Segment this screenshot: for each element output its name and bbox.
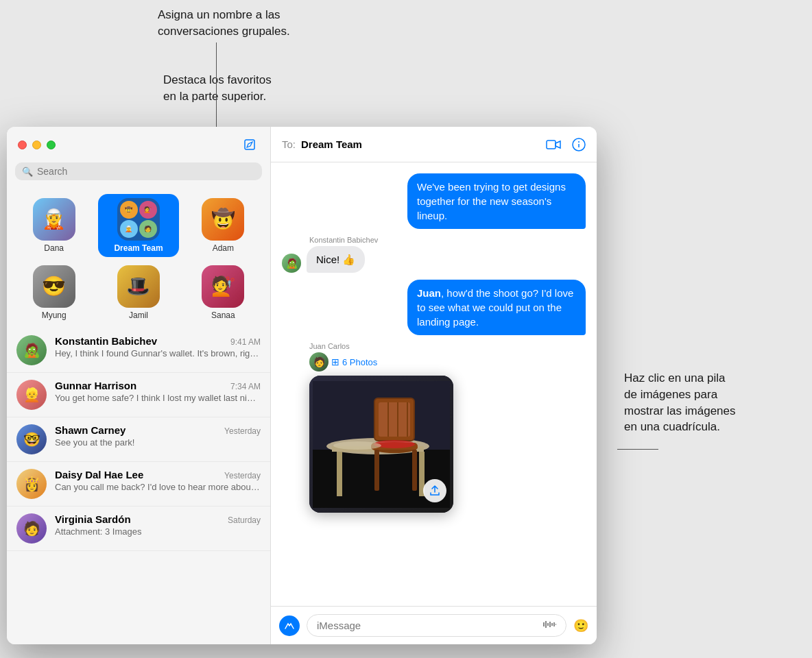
favorite-avatar-sanaa: 💇 <box>202 265 244 308</box>
favorite-item-dreamteam[interactable]: 🤠 💇 🧝 🧑 Dream Team <box>98 194 178 257</box>
favorites-grid: 🧝 Dana 🤠 💇 🧝 🧑 Dream Team <box>14 194 263 324</box>
minimize-button[interactable] <box>32 141 41 149</box>
search-input-wrap[interactable]: 🔍 <box>15 162 262 180</box>
conv-header-dl: Daisy Dal Hae Lee Yesterday <box>55 469 261 480</box>
titlebar <box>7 127 270 162</box>
group-mini-3: 🧝 <box>120 220 138 238</box>
bubble-outgoing-2: Juan, how'd the shoot go? I'd love to se… <box>407 280 586 335</box>
maximize-button[interactable] <box>47 141 56 149</box>
photos-grid-icon: ⊞ <box>331 356 339 367</box>
favorite-label-dana: Dana <box>44 243 64 253</box>
svg-point-22 <box>333 441 381 450</box>
jamil-emoji: 🎩 <box>126 277 150 296</box>
conv-name-vs: Virginia Sardón <box>55 513 131 525</box>
favorite-item-sanaa[interactable]: 💇 Sanaa <box>183 261 263 324</box>
close-button[interactable] <box>18 141 27 149</box>
conv-info-vs: Virginia Sardón Saturday Attachment: 3 I… <box>55 513 261 537</box>
favorites-section: 🧝 Dana 🤠 💇 🧝 🧑 Dream Team <box>7 187 270 328</box>
photo-stack-wrap <box>282 376 453 513</box>
message-input[interactable] <box>317 620 536 631</box>
conversation-list: 🧟 Konstantin Babichev 9:41 AM Hey, I thi… <box>7 328 270 644</box>
group-mini-4: 🧑 <box>139 220 157 238</box>
conv-item-vs[interactable]: 🧑 Virginia Sardón Saturday Attachment: 3… <box>7 507 270 551</box>
video-call-button[interactable] <box>546 139 561 150</box>
svg-rect-19 <box>374 450 379 491</box>
emoji-button[interactable]: 🙂 <box>573 618 588 633</box>
annotation-right: Haz clic en una pila de imágenes para mo… <box>624 370 736 435</box>
svg-rect-20 <box>412 450 417 491</box>
conv-name-kb: Konstantin Babichev <box>55 335 157 347</box>
annotation-top: Asigna un nombre a las conversaciones gr… <box>158 7 290 40</box>
favorite-item-dana[interactable]: 🧝 Dana <box>14 194 94 257</box>
bubble-incoming-kb: Nice! 👍 <box>307 246 365 273</box>
group-mini-1: 🤠 <box>120 201 138 219</box>
msg-sender-jc: Juan Carlos <box>282 342 350 350</box>
traffic-lights <box>18 141 56 149</box>
info-button[interactable] <box>572 138 586 151</box>
favorite-item-jamil[interactable]: 🎩 Jamil <box>98 261 178 324</box>
chat-header: To: Dream Team <box>271 127 597 162</box>
conv-header-gh: Gunnar Harrison 7:34 AM <box>55 380 261 391</box>
conv-preview-dl: Can you call me back? I'd love to hear m… <box>55 482 261 492</box>
favorite-item-myung[interactable]: 😎 Myung <box>14 261 94 324</box>
group-mini-2: 💇 <box>139 201 157 219</box>
msg-incoming-kb: Konstantin Babichev 🧟 Nice! 👍 <box>282 236 586 273</box>
favorite-label-adam: Adam <box>213 243 234 253</box>
share-button[interactable] <box>423 479 446 502</box>
conv-item-dl[interactable]: 👸 Daisy Dal Hae Lee Yesterday Can you ca… <box>7 462 270 507</box>
favorite-avatar-dana: 🧝 <box>33 198 75 241</box>
favorite-label-sanaa: Sanaa <box>211 310 235 320</box>
conv-item-gh[interactable]: 👱 Gunnar Harrison 7:34 AM You get home s… <box>7 373 270 417</box>
msg-outgoing-2: Juan, how'd the shoot go? I'd love to se… <box>282 280 586 335</box>
annotation-line-h3 <box>617 449 658 450</box>
msg-with-avatar-kb: 🧟 Nice! 👍 <box>282 246 365 273</box>
sidebar: 🔍 🧝 Dana 🤠 💇 🧝 <box>7 127 271 644</box>
conv-preview-vs: Attachment: 3 Images <box>55 526 261 537</box>
favorite-avatar-myung: 😎 <box>33 265 75 308</box>
conv-avatar-sc: 🤓 <box>16 424 47 454</box>
chat-header-icons <box>546 138 586 151</box>
conv-header-sc: Shawn Carney Yesterday <box>55 424 261 436</box>
messages-area: We've been trying to get designs togethe… <box>271 162 597 606</box>
dana-emoji: 🧝 <box>42 210 66 229</box>
conv-info-sc: Shawn Carney Yesterday See you at the pa… <box>55 424 261 448</box>
conv-info-dl: Daisy Dal Hae Lee Yesterday Can you call… <box>55 469 261 492</box>
favorite-label-jamil: Jamil <box>129 310 148 320</box>
app-store-button[interactable] <box>279 616 300 636</box>
bubble-outgoing-1: We've been trying to get designs togethe… <box>407 173 586 229</box>
conv-avatar-kb: 🧟 <box>16 335 47 365</box>
compose-button[interactable] <box>240 135 259 154</box>
juan-highlight: Juan <box>417 287 441 299</box>
message-input-wrap[interactable] <box>307 614 566 637</box>
msg-incoming-jc: Juan Carlos 🧑 ⊞ 6 Photos <box>282 342 586 513</box>
conv-time-dl: Yesterday <box>224 471 261 480</box>
msg-avatar-kb: 🧟 <box>282 254 301 273</box>
conv-name-gh: Gunnar Harrison <box>55 380 136 391</box>
conv-avatar-gh: 👱 <box>16 380 47 410</box>
favorite-avatar-adam: 🤠 <box>202 198 244 241</box>
photo-label: 🧑 ⊞ 6 Photos <box>282 352 377 371</box>
conv-info-kb: Konstantin Babichev 9:41 AM Hey, I think… <box>55 335 261 358</box>
conv-item-kb[interactable]: 🧟 Konstantin Babichev 9:41 AM Hey, I thi… <box>7 328 270 373</box>
audio-waveform-icon <box>541 620 556 631</box>
conv-info-gh: Gunnar Harrison 7:34 AM You get home saf… <box>55 380 261 403</box>
svg-rect-1 <box>547 141 556 149</box>
favorite-item-adam[interactable]: 🤠 Adam <box>183 194 263 257</box>
svg-point-4 <box>578 141 580 143</box>
conv-name-sc: Shawn Carney <box>55 424 126 436</box>
conv-item-sc[interactable]: 🤓 Shawn Carney Yesterday See you at the … <box>7 417 270 462</box>
chat-to-label: To: <box>282 138 296 150</box>
favorite-label-dreamteam: Dream Team <box>114 243 163 253</box>
photo-card[interactable] <box>309 376 453 513</box>
dream-team-avatar: 🤠 💇 🧝 🧑 <box>117 198 160 241</box>
svg-rect-13 <box>379 402 410 437</box>
msg-avatar-jc: 🧑 <box>309 352 329 371</box>
conv-header-kb: Konstantin Babichev 9:41 AM <box>55 335 261 347</box>
search-input[interactable] <box>37 166 255 177</box>
sanaa-emoji: 💇 <box>211 277 235 296</box>
adam-emoji: 🤠 <box>211 210 235 229</box>
app-window: 🔍 🧝 Dana 🤠 💇 🧝 <box>7 127 597 644</box>
search-bar: 🔍 <box>7 162 270 187</box>
msg-sender-kb: Konstantin Babichev <box>282 236 378 244</box>
msg-outgoing-1: We've been trying to get designs togethe… <box>282 173 586 229</box>
